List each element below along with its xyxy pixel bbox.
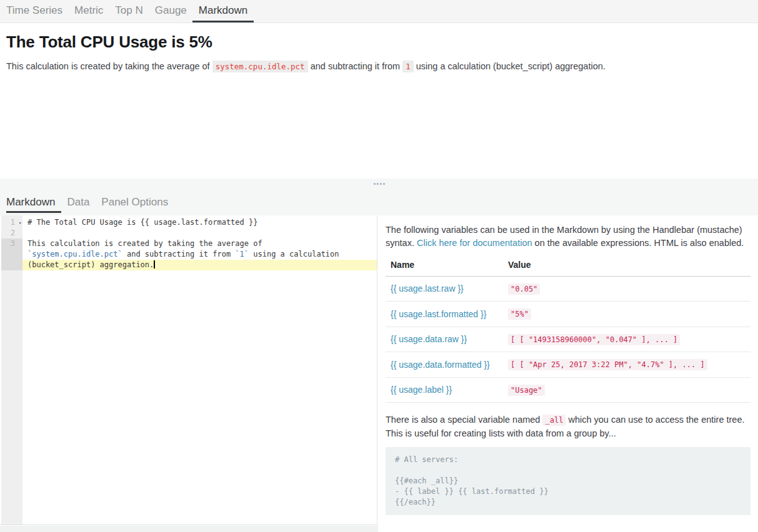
- inline-code-field: system.cpu.idle.pct: [212, 61, 308, 72]
- inline-code-one: 1: [402, 61, 414, 72]
- tab-panel-data[interactable]: Data: [61, 187, 96, 213]
- resize-dot: [383, 183, 385, 185]
- gutter-line-number: 2: [1, 228, 22, 239]
- editor-line-3-row-2: `system.cpu.idle.pct` and subtracting it…: [22, 249, 377, 260]
- tab-panel-options[interactable]: Panel Options: [96, 187, 174, 213]
- variable-value-cell: "Usage": [503, 377, 751, 403]
- table-row: {{ usage.last.raw }} "0.05": [386, 276, 751, 302]
- variable-value-cell: [ [ "1493158960000", "0.047" ], ... ]: [503, 327, 751, 352]
- all-variable-code: _all: [542, 415, 566, 426]
- note-text: There is also a special variable named: [386, 415, 542, 425]
- tab-metric[interactable]: Metric: [69, 4, 109, 22]
- table-row: {{ usage.data.raw }} [ [ "1493158960000"…: [386, 327, 751, 352]
- variable-value: "Usage": [508, 385, 545, 396]
- documentation-link[interactable]: Click here for documentation: [417, 238, 532, 248]
- editor-line-2: [22, 228, 377, 239]
- table-row: {{ usage.data.formatted }} [ [ "Apr 25, …: [386, 352, 751, 378]
- variable-value: "5%": [508, 308, 531, 320]
- table-row: {{ usage.last.formatted }} "5%": [386, 302, 751, 327]
- resize-dot: [377, 183, 379, 185]
- tab-gauge[interactable]: Gauge: [149, 4, 192, 22]
- visualization-type-tabs: Time Series Metric Top N Gauge Markdown: [0, 0, 758, 23]
- variable-value: [ [ "1493158960000", "0.047" ], ... ]: [508, 334, 680, 345]
- variable-name[interactable]: {{ usage.data.formatted }}: [386, 352, 503, 378]
- pane-resize-handle[interactable]: [372, 182, 386, 186]
- variable-value: [ [ "Apr 25, 2017 3:22 PM", "4.7%" ], ..…: [508, 359, 707, 370]
- panel-config-pane: Markdown Data Panel Options 1▾ 2 3 # The…: [0, 179, 758, 532]
- variables-table: Name Value {{ usage.last.raw }} "0.05" {…: [386, 255, 751, 403]
- gutter-line-number: 1▾: [1, 217, 22, 228]
- example-code-block: # All servers: {{#each _all}} - {{ label…: [386, 447, 751, 515]
- editor-text-token: using a calculation: [249, 250, 339, 259]
- table-header-row: Name Value: [386, 255, 751, 276]
- variables-documentation: The following variables can be used in t…: [386, 215, 751, 515]
- editor-code-token: `1`: [235, 250, 249, 259]
- variable-name[interactable]: {{ usage.label }}: [386, 377, 503, 403]
- editor-text-token: and subtracting it from: [122, 250, 236, 259]
- editor-bottom-strip: [0, 526, 378, 532]
- line-number: 1: [11, 218, 15, 227]
- fold-toggle-icon[interactable]: ▾: [19, 218, 22, 229]
- column-header-value: Value: [503, 255, 751, 276]
- markdown-preview: The Total CPU Usage is 5% This calculati…: [0, 32, 758, 71]
- gutter-line-number: 3: [1, 239, 22, 249]
- editor-line-3-row-3: (bucket_script) aggregation.: [22, 260, 377, 270]
- line-number: 3: [11, 239, 15, 248]
- editor-gutter: 1▾ 2 3: [1, 215, 22, 525]
- table-row: {{ usage.label }} "Usage": [386, 377, 751, 403]
- panel-config-tabs: Markdown Data Panel Options: [0, 187, 174, 213]
- resize-dot: [374, 183, 376, 185]
- variable-name[interactable]: {{ usage.last.raw }}: [386, 276, 503, 302]
- editor-text-token: (bucket_script) aggregation.: [27, 260, 154, 269]
- markdown-editor[interactable]: 1▾ 2 3 # The Total CPU Usage is {{ usage…: [0, 215, 377, 525]
- tab-markdown[interactable]: Markdown: [192, 4, 253, 22]
- variable-value-cell: "0.05": [503, 276, 751, 302]
- tab-panel-markdown[interactable]: Markdown: [6, 187, 61, 213]
- docs-intro: The following variables can be used in t…: [386, 224, 751, 249]
- preview-title: The Total CPU Usage is 5%: [6, 32, 758, 52]
- variable-name[interactable]: {{ usage.last.formatted }}: [386, 302, 503, 327]
- description-text: and subtracting it from: [308, 61, 403, 71]
- editor-code-token: `system.cpu.idle.pct`: [27, 250, 122, 259]
- all-variable-note: There is also a special variable named _…: [386, 413, 751, 440]
- variable-value-cell: [ [ "Apr 25, 2017 3:22 PM", "4.7%" ], ..…: [503, 352, 751, 378]
- tab-top-n[interactable]: Top N: [109, 4, 149, 22]
- preview-description: This calculation is created by taking th…: [6, 61, 758, 71]
- resize-dot: [380, 183, 382, 185]
- tab-time-series[interactable]: Time Series: [6, 4, 69, 22]
- text-cursor: [154, 260, 155, 268]
- description-text: This calculation is created by taking th…: [6, 61, 212, 71]
- editor-code-area[interactable]: # The Total CPU Usage is {{ usage.last.f…: [22, 217, 377, 270]
- description-text: using a calculation (bucket_script) aggr…: [414, 61, 606, 71]
- line-number: 2: [11, 229, 15, 237]
- panel-config-content: 1▾ 2 3 # The Total CPU Usage is {{ usage…: [0, 215, 758, 532]
- variable-name[interactable]: {{ usage.data.raw }}: [386, 327, 503, 352]
- variable-value: "0.05": [508, 283, 540, 295]
- editor-line-3-row-1: This calculation is created by taking th…: [22, 239, 377, 249]
- variable-value-cell: "5%": [503, 302, 751, 327]
- docs-intro-text: on the available expressions. HTML is al…: [532, 238, 744, 248]
- tsvb-markdown-panel: { "top_tabs": { "items": [ { "label": "T…: [0, 0, 758, 532]
- column-header-name: Name: [386, 255, 503, 276]
- editor-line-1: # The Total CPU Usage is {{ usage.last.f…: [22, 217, 377, 228]
